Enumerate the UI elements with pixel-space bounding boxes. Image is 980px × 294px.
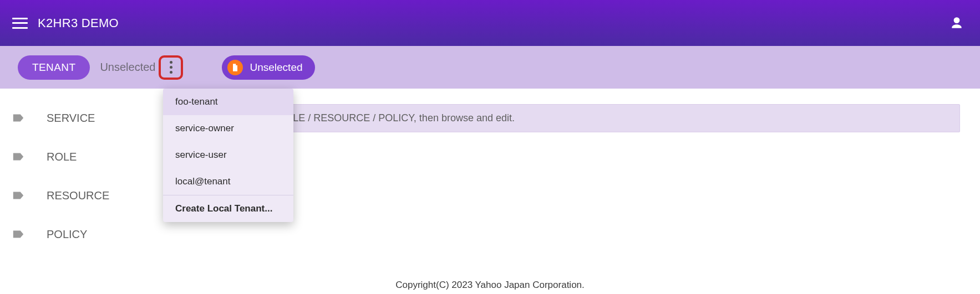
tenant-menu-item[interactable]: service-user	[163, 142, 293, 168]
svg-rect-0	[234, 66, 237, 67]
tag-icon	[12, 228, 24, 240]
menu-item-label: foo-tenant	[175, 96, 218, 107]
path-chip[interactable]: Unselected	[222, 55, 314, 80]
svg-rect-2	[234, 69, 236, 69]
menu-icon[interactable]	[12, 18, 28, 29]
more-vert-icon	[170, 61, 172, 74]
tag-icon	[12, 151, 24, 163]
tenant-menu-item[interactable]: service-owner	[163, 115, 293, 142]
tenant-menu-item[interactable]: local@tenant	[163, 168, 293, 195]
sidebar-item-role[interactable]: ROLE	[0, 137, 166, 176]
tenant-chip-label: TENANT	[32, 61, 75, 74]
body: SERVICE ROLE RESOURCE POLICY the tenant,…	[0, 89, 980, 272]
sidebar-item-policy[interactable]: POLICY	[0, 215, 166, 254]
sidebar-item-resource[interactable]: RESOURCE	[0, 176, 166, 215]
menu-item-label: local@tenant	[175, 176, 231, 187]
sidebar-item-label: SERVICE	[47, 112, 95, 125]
account-icon[interactable]	[949, 16, 964, 31]
tenant-chip[interactable]: TENANT	[18, 55, 90, 80]
tenant-menu-item[interactable]: foo-tenant	[163, 89, 293, 115]
menu-item-label: service-user	[175, 149, 227, 160]
document-icon	[227, 60, 243, 75]
svg-rect-1	[234, 68, 237, 68]
tenant-more-button[interactable]	[159, 55, 183, 80]
toolbar: TENANT Unselected Unselected	[0, 46, 980, 89]
tenant-menu: foo-tenant service-owner service-user lo…	[163, 89, 293, 222]
footer-text: Copyright(C) 2023 Yahoo Japan Corporatio…	[395, 280, 585, 290]
create-local-tenant-item[interactable]: Create Local Tenant...	[163, 195, 293, 222]
menu-item-label: Create Local Tenant...	[175, 203, 272, 214]
footer: Copyright(C) 2023 Yahoo Japan Corporatio…	[0, 280, 980, 291]
app-title: K2HR3 DEMO	[38, 16, 119, 30]
app-bar: K2HR3 DEMO	[0, 0, 980, 46]
menu-item-label: service-owner	[175, 123, 234, 133]
tenant-status-label: Unselected	[100, 61, 155, 74]
tag-icon	[12, 189, 24, 202]
path-chip-label: Unselected	[250, 61, 302, 74]
sidebar: SERVICE ROLE RESOURCE POLICY	[0, 89, 166, 272]
sidebar-item-label: ROLE	[47, 151, 77, 163]
tag-icon	[12, 112, 24, 124]
sidebar-item-label: POLICY	[47, 228, 87, 241]
sidebar-item-service[interactable]: SERVICE	[0, 99, 166, 137]
sidebar-item-label: RESOURCE	[47, 189, 109, 202]
